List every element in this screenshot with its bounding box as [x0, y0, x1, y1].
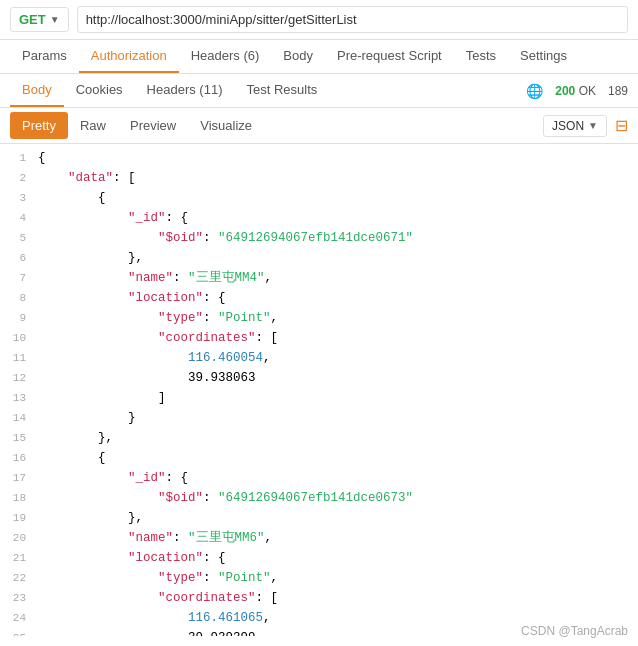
line-content: ]	[38, 388, 630, 408]
json-line: 3 {	[0, 188, 638, 208]
json-line: 6 },	[0, 248, 638, 268]
json-line: 15 },	[0, 428, 638, 448]
json-line: 18 "$oid": "64912694067efb141dce0673"	[0, 488, 638, 508]
line-number: 5	[8, 228, 38, 248]
response-size: 189	[608, 84, 628, 98]
line-content: "_id": {	[38, 208, 630, 228]
line-number: 11	[8, 348, 38, 368]
line-content: },	[38, 248, 630, 268]
json-line: 23 "coordinates": [	[0, 588, 638, 608]
tab-response-testresults[interactable]: Test Results	[234, 74, 329, 107]
url-bar: GET ▼	[0, 0, 638, 40]
json-line: 11 116.460054,	[0, 348, 638, 368]
url-input[interactable]	[77, 6, 628, 33]
line-content: "location": {	[38, 288, 630, 308]
line-number: 13	[8, 388, 38, 408]
tab-response-cookies[interactable]: Cookies	[64, 74, 135, 107]
response-tabs: Body Cookies Headers (11) Test Results 🌐…	[0, 74, 638, 108]
line-content: {	[38, 448, 630, 468]
method-label: GET	[19, 12, 46, 27]
json-line: 19 },	[0, 508, 638, 528]
line-number: 12	[8, 368, 38, 388]
line-content: "coordinates": [	[38, 328, 630, 348]
json-line: 13 ]	[0, 388, 638, 408]
line-content: "type": "Point",	[38, 308, 630, 328]
request-tabs: Params Authorization Headers (6) Body Pr…	[0, 40, 638, 74]
tab-raw[interactable]: Raw	[68, 112, 118, 139]
line-content: "name": "三里屯MM6",	[38, 528, 630, 548]
line-number: 21	[8, 548, 38, 568]
line-content: "$oid": "64912694067efb141dce0671"	[38, 228, 630, 248]
line-number: 1	[8, 148, 38, 168]
line-content: "data": [	[38, 168, 630, 188]
line-number: 17	[8, 468, 38, 488]
line-content: 39.938063	[38, 368, 630, 388]
json-line: 4 "_id": {	[0, 208, 638, 228]
line-number: 19	[8, 508, 38, 528]
line-content: {	[38, 188, 630, 208]
globe-icon: 🌐	[526, 83, 543, 99]
json-content: 1{2 "data": [3 {4 "_id": {5 "$oid": "649…	[0, 144, 638, 636]
method-selector[interactable]: GET ▼	[10, 7, 69, 32]
line-content: "$oid": "64912694067efb141dce0673"	[38, 488, 630, 508]
line-number: 15	[8, 428, 38, 448]
json-line: 16 {	[0, 448, 638, 468]
json-line: 9 "type": "Point",	[0, 308, 638, 328]
line-number: 4	[8, 208, 38, 228]
line-content: {	[38, 148, 630, 168]
line-content: "_id": {	[38, 468, 630, 488]
status-code: 200 OK	[555, 84, 596, 98]
response-area: Body Cookies Headers (11) Test Results 🌐…	[0, 74, 638, 636]
line-number: 22	[8, 568, 38, 588]
tab-body[interactable]: Body	[271, 40, 325, 73]
tab-headers[interactable]: Headers (6)	[179, 40, 272, 73]
line-number: 9	[8, 308, 38, 328]
line-number: 24	[8, 608, 38, 628]
line-content: "location": {	[38, 548, 630, 568]
line-number: 18	[8, 488, 38, 508]
json-format-chevron-icon: ▼	[588, 120, 598, 131]
json-line: 14 }	[0, 408, 638, 428]
tab-tests[interactable]: Tests	[454, 40, 508, 73]
line-content: "coordinates": [	[38, 588, 630, 608]
tab-response-headers[interactable]: Headers (11)	[135, 74, 235, 107]
filter-icon[interactable]: ⊟	[615, 116, 628, 135]
json-line: 8 "location": {	[0, 288, 638, 308]
tab-prerequest[interactable]: Pre-request Script	[325, 40, 454, 73]
json-format-label: JSON	[552, 119, 584, 133]
line-number: 8	[8, 288, 38, 308]
json-line: 20 "name": "三里屯MM6",	[0, 528, 638, 548]
line-content: "type": "Point",	[38, 568, 630, 588]
line-number: 3	[8, 188, 38, 208]
json-line: 1{	[0, 148, 638, 168]
response-status: 🌐 200 OK 189	[526, 83, 628, 99]
line-number: 7	[8, 268, 38, 288]
tab-response-body[interactable]: Body	[10, 74, 64, 107]
json-line: 22 "type": "Point",	[0, 568, 638, 588]
tab-settings[interactable]: Settings	[508, 40, 579, 73]
tab-params[interactable]: Params	[10, 40, 79, 73]
line-number: 25	[8, 628, 38, 636]
watermark: CSDN @TangAcrab	[521, 624, 628, 638]
json-format-select[interactable]: JSON ▼	[543, 115, 607, 137]
line-number: 10	[8, 328, 38, 348]
body-view-tabs: Pretty Raw Preview Visualize JSON ▼ ⊟	[0, 108, 638, 144]
tab-authorization[interactable]: Authorization	[79, 40, 179, 73]
tab-visualize[interactable]: Visualize	[188, 112, 264, 139]
line-content: },	[38, 428, 630, 448]
json-line: 12 39.938063	[0, 368, 638, 388]
line-content: "name": "三里屯MM4",	[38, 268, 630, 288]
json-line: 7 "name": "三里屯MM4",	[0, 268, 638, 288]
method-chevron-icon: ▼	[50, 14, 60, 25]
tab-preview[interactable]: Preview	[118, 112, 188, 139]
json-line: 2 "data": [	[0, 168, 638, 188]
status-text: OK	[579, 84, 596, 98]
line-number: 6	[8, 248, 38, 268]
json-line: 10 "coordinates": [	[0, 328, 638, 348]
line-content: 116.460054,	[38, 348, 630, 368]
line-number: 14	[8, 408, 38, 428]
line-number: 20	[8, 528, 38, 548]
line-number: 16	[8, 448, 38, 468]
line-content: }	[38, 408, 630, 428]
tab-pretty[interactable]: Pretty	[10, 112, 68, 139]
